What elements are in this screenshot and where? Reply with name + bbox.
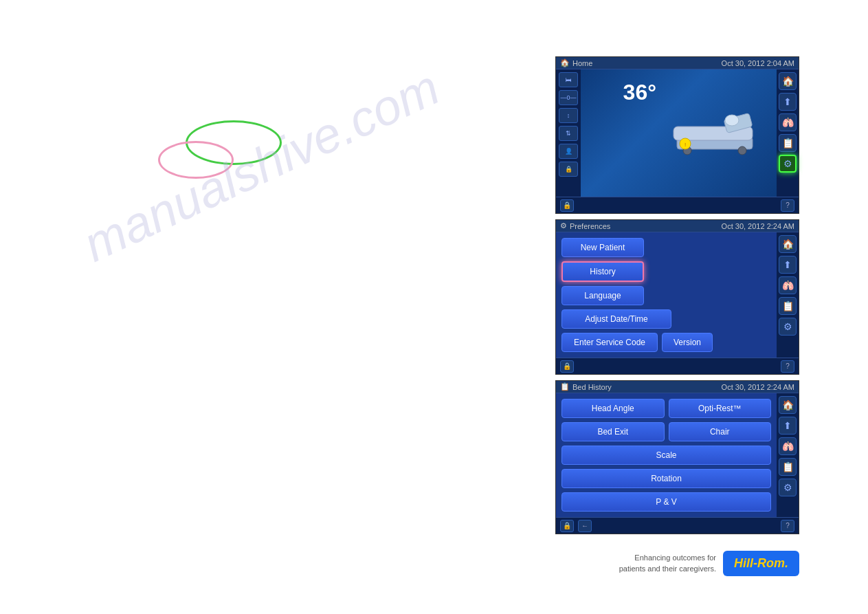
chair-button[interactable]: Chair	[669, 422, 772, 441]
pink-ellipse	[158, 141, 234, 179]
brand-name: Hill-Rom.	[734, 556, 788, 570]
prefs-row-3: Language	[561, 286, 771, 305]
prefs-right-gear[interactable]: ⚙	[779, 318, 797, 336]
brand-logo: Hill-Rom.	[723, 551, 799, 576]
bed-visual: !	[660, 73, 770, 193]
scale-button[interactable]: Scale	[561, 446, 771, 465]
home-bottom-bar: 🔒 ?	[556, 197, 799, 213]
brand-tagline: Enhancing outcomes for patients and thei…	[619, 553, 716, 574]
prefs-title-bar: ⚙ Preferences Oct 30, 2012 2:24 AM	[556, 220, 799, 232]
prefs-row-1: New Patient	[561, 238, 771, 257]
history-right-lungs[interactable]: 🫁	[779, 437, 797, 455]
prefs-title-text: Preferences	[570, 222, 610, 230]
prefs-content: New Patient History Language Adjust Date…	[556, 232, 799, 358]
history-timestamp: Oct 30, 2012 2:24 AM	[722, 383, 794, 391]
watermark: manualshive.com	[75, 58, 447, 272]
prefs-row-4: Adjust Date/Time	[561, 309, 771, 329]
head-angle-button[interactable]: Head Angle	[561, 399, 665, 418]
history-right-up[interactable]: ⬆	[779, 417, 797, 435]
history-title-icon: 📋	[560, 382, 570, 391]
prefs-right-sidebar: 🏠 ⬆ 🫁 📋 ⚙	[777, 232, 799, 358]
history-right-home[interactable]: 🏠	[779, 396, 797, 414]
prefs-bottom-bar: 🔒 ?	[556, 358, 799, 374]
pv-button[interactable]: P & V	[561, 492, 771, 512]
bed-svg: !	[663, 96, 766, 171]
svg-text:!: !	[685, 142, 686, 148]
prefs-right-lungs[interactable]: 🫁	[779, 276, 797, 294]
history-row-3: Scale	[561, 446, 771, 465]
sidebar-bed-icon[interactable]: 🛏	[559, 72, 578, 87]
version-button[interactable]: Version	[662, 333, 713, 352]
tagline-line1: Enhancing outcomes for	[619, 553, 716, 563]
hillrom-brand: Enhancing outcomes for patients and thei…	[619, 551, 799, 576]
home-lock-bottom[interactable]: 🔒	[560, 199, 574, 212]
bed-exit-button[interactable]: Bed Exit	[561, 422, 665, 441]
history-title-text: Bed History	[572, 383, 612, 391]
right-home-icon[interactable]: 🏠	[779, 72, 797, 90]
home-left-sidebar: 🛏 —0— ↕ ⇅ 👤 🔒	[556, 69, 581, 197]
home-title-bar: 🏠 Home Oct 30, 2012 2:04 AM	[556, 57, 799, 69]
history-row-2: Bed Exit Chair	[561, 422, 771, 441]
prefs-right-chart[interactable]: 📋	[779, 297, 797, 315]
right-lungs-icon[interactable]: 🫁	[779, 113, 797, 131]
svg-point-3	[725, 115, 739, 126]
preferences-screen: ⚙ Preferences Oct 30, 2012 2:24 AM New P…	[555, 219, 799, 375]
history-right-sidebar: 🏠 ⬆ 🫁 📋 ⚙	[777, 393, 799, 517]
prefs-lock-bottom[interactable]: 🔒	[560, 360, 574, 373]
prefs-title-icon: ⚙	[560, 221, 567, 230]
history-row-4: Rotation	[561, 469, 771, 488]
home-content: 🛏 —0— ↕ ⇅ 👤 🔒 36°	[556, 69, 799, 197]
history-content: Head Angle Opti-Rest™ Bed Exit Chair Sca…	[556, 393, 799, 517]
home-right-sidebar: 🏠 ⬆ 🫁 📋 ⚙	[777, 69, 799, 197]
sidebar-zero-icon[interactable]: —0—	[559, 90, 578, 105]
angle-display: 36°	[623, 80, 656, 105]
history-row-1: Head Angle Opti-Rest™	[561, 399, 771, 418]
home-timestamp: Oct 30, 2012 2:04 AM	[722, 59, 794, 67]
right-chart-icon[interactable]: 📋	[779, 134, 797, 152]
home-help-icon[interactable]: ?	[781, 199, 794, 212]
history-back-icon[interactable]: ←	[578, 520, 592, 532]
history-help-icon[interactable]: ?	[781, 520, 794, 532]
home-screen: 🏠 Home Oct 30, 2012 2:04 AM 🛏 —0— ↕ ⇅ 👤 …	[555, 56, 799, 214]
bed-history-screen: 📋 Bed History Oct 30, 2012 2:24 AM Head …	[555, 380, 799, 534]
history-main: Head Angle Opti-Rest™ Bed Exit Chair Sca…	[556, 393, 777, 517]
prefs-row-2: History	[561, 261, 771, 282]
prefs-right-home[interactable]: 🏠	[779, 235, 797, 253]
prefs-right-up[interactable]: ⬆	[779, 256, 797, 274]
sidebar-lock-icon[interactable]: 🔒	[559, 162, 578, 177]
home-title-text: Home	[572, 59, 592, 67]
sidebar-tilt-icon[interactable]: ⇅	[559, 126, 578, 141]
history-lock-bottom[interactable]: 🔒	[560, 520, 574, 532]
right-up-icon[interactable]: ⬆	[779, 93, 797, 111]
history-bottom-bar: 🔒 ← ?	[556, 517, 799, 534]
new-patient-button[interactable]: New Patient	[561, 238, 644, 257]
history-title-bar: 📋 Bed History Oct 30, 2012 2:24 AM	[556, 381, 799, 393]
history-button[interactable]: History	[561, 261, 644, 282]
history-row-5: P & V	[561, 492, 771, 512]
home-main-display: 36°	[581, 69, 777, 197]
sidebar-height-icon[interactable]: ↕	[559, 108, 578, 123]
history-right-chart[interactable]: 📋	[779, 458, 797, 476]
language-button[interactable]: Language	[561, 286, 644, 305]
prefs-timestamp: Oct 30, 2012 2:24 AM	[722, 222, 794, 230]
history-right-gear[interactable]: ⚙	[779, 479, 797, 496]
enter-service-button[interactable]: Enter Service Code	[561, 333, 658, 352]
rotation-button[interactable]: Rotation	[561, 469, 771, 488]
prefs-help-icon[interactable]: ?	[781, 360, 794, 373]
svg-point-5	[738, 146, 746, 155]
home-title-icon: 🏠	[560, 58, 570, 67]
tagline-line2: patients and their caregivers.	[619, 564, 716, 574]
prefs-row-5: Enter Service Code Version	[561, 333, 771, 352]
right-gear-icon[interactable]: ⚙	[779, 155, 797, 173]
opti-rest-button[interactable]: Opti-Rest™	[669, 399, 772, 418]
sidebar-patient-icon[interactable]: 👤	[559, 144, 578, 159]
ui-panel: 🏠 Home Oct 30, 2012 2:04 AM 🛏 —0— ↕ ⇅ 👤 …	[555, 56, 799, 540]
prefs-main: New Patient History Language Adjust Date…	[556, 232, 777, 358]
adjust-date-button[interactable]: Adjust Date/Time	[561, 309, 671, 329]
